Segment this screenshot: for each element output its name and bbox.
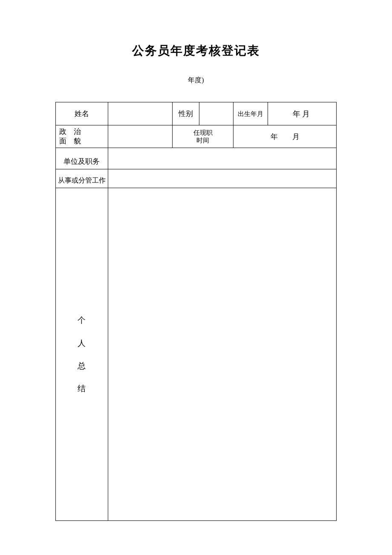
label-birth: 出生年月 xyxy=(233,102,268,125)
value-unit xyxy=(108,148,336,169)
form-subtitle: 年度) xyxy=(55,76,337,85)
row-summary: 个 人 总 结 xyxy=(56,188,337,521)
value-name xyxy=(108,102,172,125)
label-appoint: 任现职 时间 xyxy=(173,125,233,148)
label-unit: 单位及职务 xyxy=(56,148,108,169)
value-gender xyxy=(199,102,233,125)
row-name: 姓名 性别 出生年月 年月 xyxy=(56,102,337,125)
value-birth: 年月 xyxy=(268,102,336,125)
summary-char-1: 个 xyxy=(57,309,107,331)
label-gender: 性别 xyxy=(173,102,199,125)
label-name: 姓名 xyxy=(56,102,108,125)
label-political-line1: 政 治 xyxy=(59,127,107,137)
label-political: 政 治 面 貌 xyxy=(56,125,108,148)
summary-char-3: 总 xyxy=(57,355,107,377)
summary-char-2: 人 xyxy=(57,332,107,355)
label-appoint-line1: 任现职 xyxy=(173,129,232,137)
value-summary xyxy=(108,188,336,521)
summary-char-4: 结 xyxy=(57,377,107,400)
value-political xyxy=(108,125,172,148)
label-birth-text: 出生年月 xyxy=(238,110,263,117)
row-unit: 单位及职务 xyxy=(56,148,337,169)
label-political-line2: 面 貌 xyxy=(59,137,107,146)
form-title: 公务员年度考核登记表 xyxy=(55,43,337,59)
label-work: 从事或分管工作 xyxy=(56,169,108,188)
form-table: 姓名 性别 出生年月 年月 政 治 面 貌 任现职 时间 年 月 单位及职务 xyxy=(55,102,337,521)
label-summary: 个 人 总 结 xyxy=(56,188,108,521)
form-page: 公务员年度考核登记表 年度) 姓名 性别 出生年月 年月 政 治 面 貌 xyxy=(0,0,392,521)
label-appoint-line2: 时间 xyxy=(173,137,232,144)
value-work xyxy=(108,169,336,188)
row-work: 从事或分管工作 xyxy=(56,169,337,188)
row-political: 政 治 面 貌 任现职 时间 年 月 xyxy=(56,125,337,148)
value-appoint: 年 月 xyxy=(233,125,337,148)
